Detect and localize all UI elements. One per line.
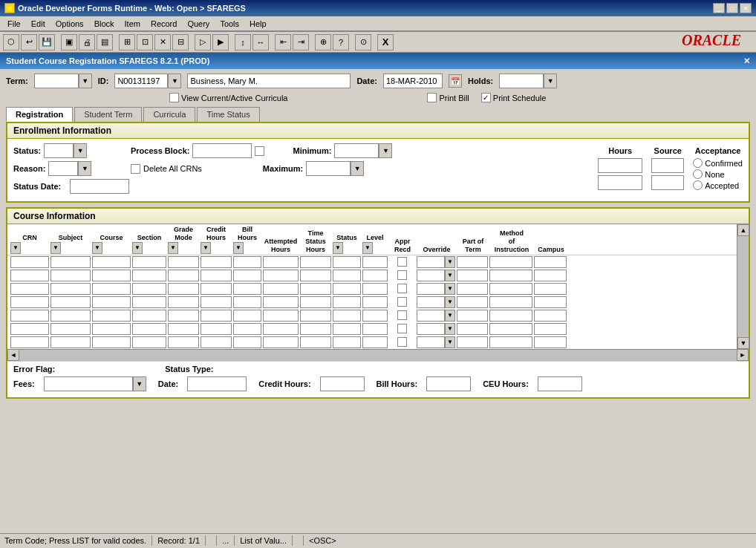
apprrecd-1[interactable] (397, 257, 407, 267)
override-1[interactable] (417, 256, 445, 268)
course-col-dropdown[interactable]: ▼ (92, 242, 102, 254)
partof-7[interactable] (457, 336, 488, 348)
radio-accepted[interactable]: Accepted (693, 180, 743, 190)
campus-5[interactable] (534, 310, 567, 322)
timestatushours-1[interactable] (300, 256, 331, 268)
crn-4[interactable] (10, 296, 49, 308)
course-2[interactable] (92, 270, 131, 281)
grade-col-dropdown[interactable]: ▼ (168, 242, 178, 254)
override-3-dropdown[interactable]: ▼ (445, 283, 455, 295)
view-curricula-checkbox[interactable] (169, 93, 179, 102)
scroll-up-btn[interactable]: ▲ (737, 224, 749, 236)
status-col-dropdown[interactable]: ▼ (333, 242, 343, 254)
level-1[interactable] (362, 256, 388, 268)
credithours-7[interactable] (201, 336, 232, 348)
calendar-icon[interactable]: 📅 (449, 74, 462, 88)
print-schedule-checkbox[interactable] (481, 93, 491, 102)
status-3[interactable] (333, 283, 361, 295)
timestatushours-3[interactable] (300, 283, 331, 295)
subject-3[interactable] (50, 283, 91, 295)
status-7[interactable] (333, 336, 361, 348)
menu-record[interactable]: Record (146, 19, 181, 29)
grademode-7[interactable] (168, 336, 199, 348)
billhours-4[interactable] (233, 296, 261, 308)
method-3[interactable] (489, 283, 532, 295)
menu-options[interactable]: Options (51, 19, 88, 29)
campus-1[interactable] (534, 256, 567, 268)
toolbar-btn-15[interactable]: ⇤ (275, 34, 291, 50)
term-dropdown-btn[interactable]: ▼ (79, 74, 92, 88)
subject-5[interactable] (50, 310, 91, 322)
grademode-3[interactable] (168, 283, 199, 295)
crn-5[interactable] (10, 310, 49, 322)
toolbar-btn-8[interactable]: ⊡ (137, 34, 153, 50)
id-dropdown-btn[interactable]: ▼ (168, 74, 181, 88)
override-1-dropdown[interactable]: ▼ (445, 256, 455, 268)
section-4[interactable] (132, 296, 166, 308)
scroll-left-btn[interactable]: ◄ (7, 349, 19, 361)
course-4[interactable] (92, 296, 131, 308)
credit-hours-input[interactable] (320, 376, 365, 391)
billhours-7[interactable] (233, 336, 261, 348)
course-5[interactable] (92, 310, 131, 322)
source-max-input[interactable] (651, 175, 684, 190)
scroll-right-btn[interactable]: ► (737, 349, 749, 361)
term-input[interactable] (34, 74, 79, 88)
window-controls[interactable]: _ □ ✕ (713, 3, 752, 13)
attemptedhours-1[interactable] (263, 256, 299, 268)
toolbar-btn-16[interactable]: ⇥ (293, 34, 309, 50)
section-7[interactable] (132, 336, 166, 348)
ceu-hours-input[interactable] (538, 376, 582, 391)
status-date-input[interactable] (70, 179, 129, 194)
toolbar-btn-9[interactable]: ✕ (154, 34, 171, 50)
crn-7[interactable] (10, 336, 49, 348)
subject-1[interactable] (50, 256, 91, 268)
section-2[interactable] (132, 270, 166, 281)
date-input[interactable] (383, 74, 443, 88)
method-2[interactable] (489, 270, 532, 281)
radio-accepted-input[interactable] (693, 180, 703, 190)
toolbar-btn-7[interactable]: ⊞ (119, 34, 135, 50)
status-input[interactable] (44, 143, 74, 158)
billhours-3[interactable] (233, 283, 261, 295)
level-col-dropdown[interactable]: ▼ (362, 242, 373, 254)
credithours-4[interactable] (201, 296, 232, 308)
fees-input[interactable] (44, 376, 133, 391)
timestatushours-5[interactable] (300, 310, 331, 322)
override-5-dropdown[interactable]: ▼ (445, 310, 455, 322)
toolbar-btn-2[interactable]: ↩ (21, 34, 37, 50)
credithours-5[interactable] (201, 310, 232, 322)
timestatushours-4[interactable] (300, 296, 331, 308)
status-5[interactable] (333, 310, 361, 322)
apprrecd-6[interactable] (397, 324, 407, 333)
scroll-down-btn[interactable]: ▼ (737, 337, 749, 349)
timestatushours-2[interactable] (300, 270, 331, 281)
radio-none[interactable]: None (693, 169, 743, 179)
name-input[interactable] (187, 74, 351, 88)
level-7[interactable] (362, 336, 388, 348)
apprrecd-3[interactable] (397, 284, 407, 293)
hours-max-input[interactable] (598, 175, 642, 190)
minimize-button[interactable]: _ (713, 3, 725, 13)
menu-help[interactable]: Help (245, 19, 271, 29)
grademode-1[interactable] (168, 256, 199, 268)
crn-6[interactable] (10, 323, 49, 335)
campus-2[interactable] (534, 270, 567, 281)
credit-col-dropdown[interactable]: ▼ (201, 242, 211, 254)
credithours-6[interactable] (201, 323, 232, 335)
subject-7[interactable] (50, 336, 91, 348)
toolbar-btn-6[interactable]: ▤ (97, 34, 113, 50)
credithours-3[interactable] (201, 283, 232, 295)
menu-file[interactable]: File (3, 19, 25, 29)
grademode-5[interactable] (168, 310, 199, 322)
partof-4[interactable] (457, 296, 488, 308)
subject-col-dropdown[interactable]: ▼ (50, 242, 61, 254)
subject-2[interactable] (50, 270, 91, 281)
attemptedhours-7[interactable] (263, 336, 299, 348)
billhours-6[interactable] (233, 323, 261, 335)
status-6[interactable] (333, 323, 361, 335)
maximum-dropdown[interactable]: ▼ (351, 161, 364, 176)
tab-curricula[interactable]: Curricula (143, 107, 195, 122)
crn-1[interactable] (10, 256, 49, 268)
bill-col-dropdown[interactable]: ▼ (233, 242, 244, 254)
